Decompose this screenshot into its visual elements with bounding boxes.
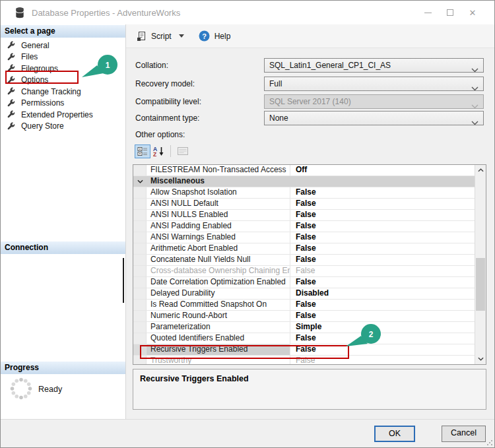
property-value: False [290, 255, 475, 265]
sidebar-item-permissions[interactable]: Permissions [1, 98, 125, 110]
property-value: False [290, 243, 475, 254]
spinner-icon [8, 375, 34, 404]
recovery-model-dropdown[interactable]: Full [264, 77, 484, 91]
collation-dropdown[interactable]: SQL_Latin1_General_CP1_CI_AS [264, 58, 484, 73]
chevron-down-icon [471, 63, 478, 73]
grid-row[interactable]: Concatenate Null Yields NullFalse [133, 255, 475, 266]
property-grid-toolbar: A Z [135, 144, 191, 158]
callout-2-number: 2 [369, 330, 374, 339]
row-indent [133, 322, 147, 333]
progress-status: Ready [38, 385, 62, 394]
property-name: ANSI NULLS Enabled [147, 210, 290, 220]
grid-row[interactable]: ANSI NULL DefaultFalse [133, 199, 475, 210]
row-indent [133, 199, 147, 209]
property-name: Parameterization [147, 322, 290, 333]
scroll-down-icon[interactable] [475, 354, 486, 364]
chevron-down-icon [471, 100, 478, 109]
grid-row[interactable]: FILESTREAM Non-Transacted AccessOff [133, 165, 475, 176]
wrench-icon [7, 122, 16, 131]
dialog-toolbar: Script ? Help [126, 24, 494, 48]
property-name: Quoted Identifiers Enabled [147, 333, 290, 344]
grid-category-row[interactable]: Miscellaneous [133, 176, 475, 187]
row-indent [133, 300, 147, 310]
grid-row[interactable]: ANSI Warnings EnabledFalse [133, 232, 475, 243]
row-indent [133, 165, 147, 176]
resize-grip[interactable] [486, 439, 492, 445]
wrench-icon [7, 53, 16, 61]
grid-row[interactable]: ANSI Padding EnabledFalse [133, 221, 475, 232]
select-a-page-header: Select a page [1, 25, 125, 38]
window-title: Database Properties - AdventureWorks [32, 8, 180, 18]
property-description-title: Recursive Triggers Enabled [140, 374, 479, 383]
grid-row[interactable]: Is Read Committed Snapshot OnFalse [133, 300, 475, 311]
sidebar-item-label: Extended Properties [21, 110, 93, 119]
grid-row[interactable]: Quoted Identifiers EnabledFalse [133, 333, 475, 344]
help-button[interactable]: ? Help [196, 28, 234, 44]
recovery-model-value: Full [269, 79, 282, 88]
compatibility-level-dropdown: SQL Server 2017 (140) [264, 94, 484, 109]
categorized-button[interactable] [135, 144, 150, 158]
property-name: Miscellaneous [147, 176, 205, 187]
ok-button[interactable]: OK [374, 426, 415, 442]
window-controls: ✕ [416, 4, 484, 21]
highlight-box-options [5, 71, 79, 84]
grid-row[interactable]: Delayed DurabilityDisabled [133, 288, 475, 300]
property-name: Cross-database Ownership Chaining Enable… [147, 266, 290, 276]
property-name: FILESTREAM Non-Transacted Access [147, 165, 290, 176]
grid-row[interactable]: Allow Snapshot IsolationFalse [133, 187, 475, 199]
property-value: False [290, 187, 475, 198]
titlebar: Database Properties - AdventureWorks ✕ [1, 1, 494, 24]
property-description-panel: Recursive Triggers Enabled [133, 369, 486, 410]
collation-label: Collation: [135, 58, 168, 73]
collation-value: SQL_Latin1_General_CP1_CI_AS [269, 61, 391, 70]
callout-1-number: 1 [106, 61, 110, 70]
property-value: Off [290, 165, 475, 176]
row-indent [133, 187, 147, 198]
property-name: Is Read Committed Snapshot On [147, 300, 290, 310]
property-value: False [290, 232, 475, 243]
script-dropdown-arrow-icon[interactable] [179, 34, 184, 38]
close-icon: ✕ [469, 8, 477, 18]
property-name: ANSI NULL Default [147, 199, 290, 209]
connection-header: Connection [1, 241, 125, 254]
highlight-box-recursive-triggers [140, 345, 349, 359]
wrench-icon [7, 87, 16, 96]
dialog-footer: OK Cancel [1, 419, 494, 447]
field-containment-type: Containment type:None [126, 111, 494, 125]
property-grid: FILESTREAM Non-Transacted AccessOffMisce… [133, 164, 486, 365]
sidebar-item-extended-properties[interactable]: Extended Properties [1, 109, 125, 121]
sort-alphabetical-icon: A Z [152, 146, 164, 157]
grid-scrollbar[interactable] [475, 165, 486, 364]
sidebar-item-label: General [21, 41, 50, 50]
grid-row[interactable]: ANSI NULLS EnabledFalse [133, 210, 475, 221]
script-button[interactable]: Script [134, 29, 187, 44]
cancel-button[interactable]: Cancel [442, 426, 486, 442]
property-name: Numeric Round-Abort [147, 311, 290, 321]
dialog-body: Select a page GeneralFilesFilegroupsOpti… [1, 24, 494, 419]
row-indent [133, 210, 147, 220]
row-indent [133, 255, 147, 265]
scrollbar-thumb[interactable] [476, 258, 485, 311]
category-collapse-icon[interactable] [133, 176, 147, 187]
close-button[interactable]: ✕ [461, 4, 484, 21]
sidebar-item-general[interactable]: General [1, 40, 125, 51]
property-value: False [290, 300, 475, 310]
chevron-down-icon [471, 116, 478, 125]
grid-row[interactable]: Cross-database Ownership Chaining Enable… [133, 266, 475, 277]
maximize-button[interactable] [439, 4, 461, 21]
property-value: False [290, 210, 475, 220]
minimize-button[interactable] [416, 4, 439, 21]
containment-type-dropdown[interactable]: None [264, 111, 484, 125]
grid-row[interactable]: Numeric Round-AbortFalse [133, 311, 475, 322]
containment-type-value: None [269, 113, 288, 123]
scroll-up-icon[interactable] [475, 165, 486, 176]
sidebar-item-query-store[interactable]: Query Store [1, 121, 125, 133]
grid-row[interactable]: Date Correlation Optimization EnabledFal… [133, 277, 475, 288]
grid-row[interactable]: ParameterizationSimple [133, 322, 475, 333]
row-indent [133, 243, 147, 254]
property-pages-icon [177, 146, 189, 156]
sort-alphabetical-button[interactable]: A Z [150, 144, 166, 158]
stray-mark [123, 258, 124, 303]
grid-row[interactable]: Arithmetic Abort EnabledFalse [133, 243, 475, 255]
field-collation: Collation:SQL_Latin1_General_CP1_CI_AS [126, 58, 494, 73]
